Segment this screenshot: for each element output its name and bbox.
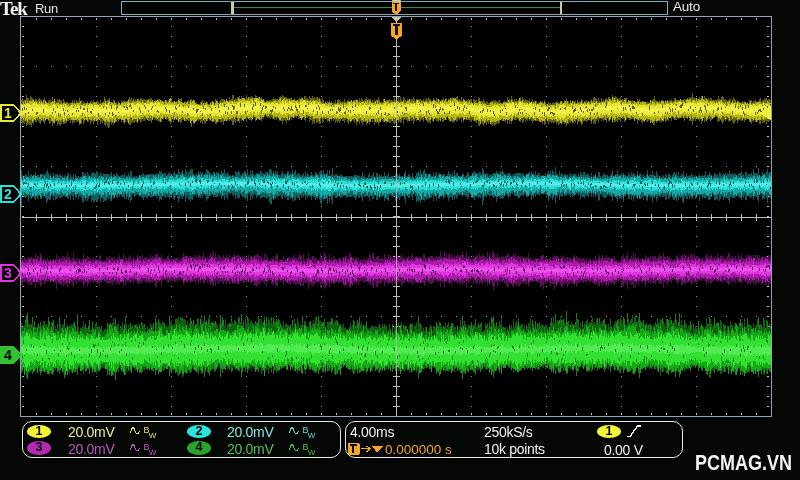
svg-text:2: 2 xyxy=(4,186,12,202)
svg-text:4: 4 xyxy=(4,347,12,363)
svg-text:1: 1 xyxy=(4,105,12,121)
svg-text:3: 3 xyxy=(4,265,12,281)
